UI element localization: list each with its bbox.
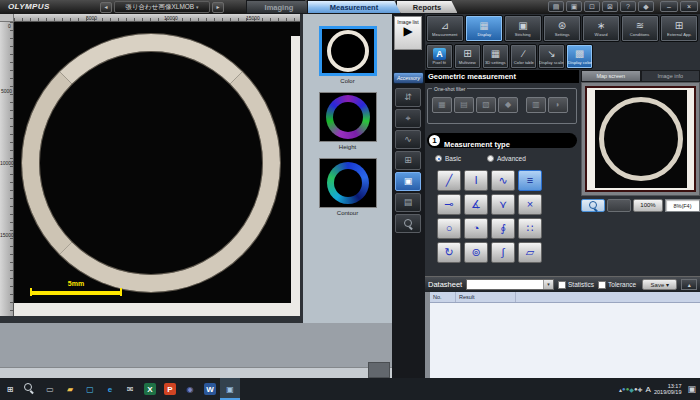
accessory-button-crop-tool[interactable]: ⊞ (395, 151, 421, 170)
map-tab-image-info[interactable]: Image info (641, 70, 700, 82)
tab-imaging[interactable]: Imaging (246, 0, 312, 14)
taskbar-app-mail[interactable]: ✉ (120, 378, 140, 400)
map-preview[interactable] (585, 86, 696, 192)
titlebar-icon-tools[interactable]: ⊠ (602, 1, 618, 12)
collapse-panel-button[interactable]: ▴ (681, 279, 697, 290)
tool-point-to-line[interactable]: ⊸ (437, 194, 461, 215)
tool-parallel-distance[interactable]: Ⅰ (464, 170, 488, 191)
taskbar-app-file-explorer[interactable]: ▰ (60, 378, 80, 400)
image-name-dropdown[interactable]: 張り合わせ画像XLMOB ▾ (114, 1, 210, 13)
tab-reports[interactable]: Reports (396, 0, 458, 14)
taskbar-app-task-view[interactable]: ▭ (40, 378, 60, 400)
tool-point-count[interactable]: ∷ (518, 218, 542, 239)
ribbon-button-display-scale[interactable]: ↘ Display scale (538, 44, 565, 69)
taskbar-app-start[interactable]: ⊞ (0, 378, 20, 400)
minimize-button[interactable]: – (660, 1, 678, 12)
ribbon-button-multiview[interactable]: ⊞ Multiview (454, 44, 481, 69)
ribbon-button-display[interactable]: ▦ Display (465, 15, 503, 42)
action-center-icon[interactable]: ▣ (687, 384, 696, 394)
checkbox-icon[interactable] (598, 281, 606, 289)
datasheet-header: Datasheet ▾ Statistics Tolerance Save ▾ … (425, 276, 700, 292)
datasheet-filter-combo[interactable]: ▾ (466, 279, 554, 290)
next-image-button[interactable]: ► (212, 2, 224, 13)
titlebar-icon-open[interactable]: ▤ (548, 1, 564, 12)
tool-polyline[interactable]: ∿ (491, 170, 515, 191)
column-header-no[interactable]: No. (430, 292, 456, 302)
map-tab-map-screen[interactable]: Map screen (581, 70, 641, 82)
prev-image-button[interactable]: ◄ (100, 2, 112, 13)
titlebar-icon-capture[interactable]: ⊡ (584, 1, 600, 12)
one-shot-filter-button-filter-1[interactable]: ▦ (432, 97, 452, 113)
one-shot-filter-button-filter-4[interactable]: ◆ (498, 97, 518, 113)
ribbon-button-pixel-fit[interactable]: A Pixel fit (426, 44, 453, 69)
taskbar-app-search[interactable] (20, 378, 40, 400)
taskbar-app-store[interactable]: ▢ (80, 378, 100, 400)
tool-parallel-lines[interactable]: ≡ (518, 170, 542, 191)
accessory-button-page-tool[interactable]: ▤ (395, 193, 421, 212)
taskbar-clock[interactable]: 13:17 2019/09/19 (654, 383, 682, 396)
checkbox-tolerance[interactable]: Tolerance (598, 281, 636, 289)
titlebar-icon-login-key[interactable]: ◆ (638, 1, 654, 12)
thumbnail-height[interactable]: Height (315, 92, 381, 150)
tool-circle-3-point[interactable]: ○ (437, 218, 461, 239)
one-shot-filter-button-filter-3[interactable]: ▧ (476, 97, 496, 113)
tool-icon: Ⅰ (474, 174, 477, 186)
ime-indicator[interactable]: A (646, 385, 651, 394)
tab-measurement[interactable]: Measurement (307, 0, 401, 14)
tray-icon-tray-plus[interactable]: ✚ (638, 386, 643, 393)
checkbox-icon[interactable] (558, 281, 566, 289)
tool-angle-3-lines[interactable]: ⋎ (491, 194, 515, 215)
panel-resize-button[interactable] (368, 362, 390, 378)
titlebar-icon-save[interactable]: ▣ (566, 1, 582, 12)
accessory-button-image-view[interactable]: ▣ (395, 172, 421, 191)
titlebar-icon-help[interactable]: ? (620, 1, 636, 12)
ribbon-button-3d-settings[interactable]: ▦ 3D settings (482, 44, 509, 69)
tool-closed-spline[interactable]: ∮ (491, 218, 515, 239)
accessory-button-profile-tool[interactable]: ∿ (395, 130, 421, 149)
accessory-panel-header[interactable]: Accessory (393, 72, 424, 84)
thumbnail-color[interactable]: Color (315, 26, 381, 84)
chevron-down-icon[interactable]: ▾ (543, 280, 553, 289)
close-button[interactable]: × (680, 1, 698, 12)
taskbar-app-excel[interactable]: X (140, 378, 160, 400)
ribbon-button-wizard[interactable]: ∗ Wizard (582, 15, 620, 42)
one-shot-filter-button-filter-6[interactable]: ◗ (548, 97, 568, 113)
zoom-100-button[interactable]: 100% (633, 199, 663, 212)
taskbar-app-word[interactable]: W (200, 378, 220, 400)
tool-circle-radius[interactable]: ◔ (464, 218, 488, 239)
map-zoom-button[interactable] (581, 199, 605, 212)
image-canvas[interactable]: 5mm (14, 22, 300, 316)
mode-radio-basic[interactable]: Basic (435, 155, 461, 162)
ribbon-button-external-app[interactable]: ⊞ External App. (660, 15, 698, 42)
tool-concentric-circles[interactable]: ⊚ (464, 242, 488, 263)
mode-radio-advanced[interactable]: Advanced (487, 155, 526, 162)
tool-line[interactable]: ╱ (437, 170, 461, 191)
tool-angle-4-points[interactable]: × (518, 194, 542, 215)
ribbon-button-conditions[interactable]: ≋ Conditions (621, 15, 659, 42)
taskbar-app-edge[interactable]: e (100, 378, 120, 400)
one-shot-filter-button-filter-5[interactable]: ▥ (526, 97, 546, 113)
thumbnail-contour[interactable]: Contour (315, 158, 381, 216)
accessory-button-3d-display[interactable]: ⌖ (395, 109, 421, 128)
ribbon-button-settings[interactable]: ⊛ Settings (543, 15, 581, 42)
tool-angle[interactable]: ∡ (464, 194, 488, 215)
ribbon-button-display-color[interactable]: ▩ Display color (566, 44, 593, 69)
map-pan-button[interactable] (607, 199, 631, 212)
column-header-result[interactable]: Result (456, 292, 516, 302)
accessory-button-zoom-tool[interactable] (395, 214, 421, 233)
ribbon-button-color-table[interactable]: ∕ Color table (510, 44, 537, 69)
checkbox-statistics[interactable]: Statistics (558, 281, 594, 289)
save-button[interactable]: Save ▾ (642, 279, 677, 290)
tool-open-spline[interactable]: ∫ (491, 242, 515, 263)
taskbar-app-app-blue[interactable]: ◉ (180, 378, 200, 400)
zoom-level-field[interactable]: 8%(F4) (665, 199, 700, 212)
one-shot-filter-button-filter-2[interactable]: ▤ (454, 97, 474, 113)
tool-polygon[interactable]: ▱ (518, 242, 542, 263)
taskbar-app-stream-app[interactable]: ▣ (220, 378, 240, 400)
ribbon-button-stitching[interactable]: ▣ Stitching (504, 15, 542, 42)
accessory-button-2d-3d-switch[interactable]: ⇵ (395, 88, 421, 107)
taskbar-app-powerpoint[interactable]: P (160, 378, 180, 400)
tool-circle-arc[interactable]: ↻ (437, 242, 461, 263)
image-list-button[interactable]: Image list ▶ (394, 16, 422, 50)
ribbon-button-measurement[interactable]: ⊿ Measurement (426, 15, 464, 42)
